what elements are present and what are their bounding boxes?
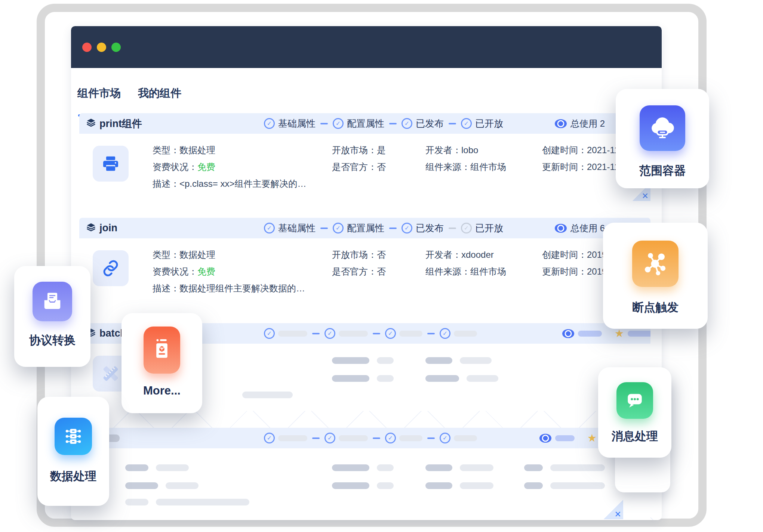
field-open-market: 开放市场：是 xyxy=(332,145,386,155)
check-circle-icon-gray: ✓ xyxy=(461,223,472,233)
data-nodes-icon xyxy=(55,418,92,455)
field-open-market: 开放市场：否 xyxy=(332,250,386,260)
floating-card-breakpoint-trigger[interactable]: 断点触发 xyxy=(603,223,708,329)
floating-card-label: 协议转换 xyxy=(29,332,76,348)
field-type: 类型：数据处理 xyxy=(153,145,306,155)
status-steps: ✓基础属性 ✓配置属性 ✓已发布 ✓已开放 xyxy=(264,218,503,238)
floating-card-label: 数据处理 xyxy=(50,468,96,484)
close-icon[interactable]: ✕ xyxy=(642,191,649,201)
check-circle-icon: ✓ xyxy=(264,223,275,233)
step-connector xyxy=(312,333,320,334)
chat-bubble-icon xyxy=(616,382,653,419)
floating-card-label: 消息处理 xyxy=(612,429,658,444)
minimize-window-button[interactable] xyxy=(97,43,106,52)
skeleton-row xyxy=(125,464,189,471)
card-header: ✓ ✓ ✓ ✓ ★ xyxy=(79,428,650,448)
layers-icon xyxy=(86,118,96,129)
skeleton-bar xyxy=(454,331,477,337)
floating-card-protocol-conversion[interactable]: 协议转换 xyxy=(14,266,90,367)
check-circle-icon: ✓ xyxy=(264,433,275,443)
browser-window: 组件市场 我的组件 print组件 ✓基础属性 ✓配置属性 ✓已发布 xyxy=(71,26,662,520)
tab-my-components[interactable]: 我的组件 xyxy=(138,86,181,117)
skeleton-bar xyxy=(339,331,368,337)
field-fee: 资费状况：免费 xyxy=(153,266,305,276)
step-connector xyxy=(449,123,456,124)
card-body: 类型：数据处理 资费状况：免费 描述：<p.class= xx>组件主要解决的…… xyxy=(79,134,650,201)
floating-card-scope-container[interactable]: 范围容器 xyxy=(616,89,709,188)
check-circle-icon: ✓ xyxy=(324,433,335,443)
floating-card-message-processing[interactable]: 消息处理 xyxy=(598,367,671,458)
step-published: ✓已发布 xyxy=(402,117,444,130)
step-connector xyxy=(427,437,435,439)
field-official: 是否官方：否 xyxy=(332,266,386,276)
skeleton-bar xyxy=(555,435,575,441)
field-official: 是否官方：否 xyxy=(332,162,386,172)
tab-bar: 组件市场 我的组件 xyxy=(77,86,181,117)
step-config-attrs: ✓配置属性 xyxy=(333,117,384,130)
floating-card-label: More... xyxy=(143,384,181,398)
close-window-button[interactable] xyxy=(82,43,92,52)
floating-card-data-processing[interactable]: 数据处理 xyxy=(37,397,109,506)
layers-icon xyxy=(86,222,96,234)
step-connector xyxy=(320,228,328,229)
step-basic-attrs: ✓基础属性 xyxy=(264,222,316,234)
component-card-join[interactable]: join ✓基础属性 ✓配置属性 ✓已发布 ✓已开放 总使用 6 ★ 总评 xyxy=(79,218,650,306)
maximize-window-button[interactable] xyxy=(111,43,121,52)
eye-icon xyxy=(562,329,574,338)
skeleton-bar xyxy=(454,435,477,441)
check-circle-icon: ✓ xyxy=(333,223,344,233)
skeleton-bar xyxy=(628,331,650,337)
skeleton-bar xyxy=(399,435,422,441)
card-title: join xyxy=(99,222,117,234)
step-connector xyxy=(320,123,328,124)
card-header: join ✓基础属性 ✓配置属性 ✓已发布 ✓已开放 总使用 6 ★ 总评 xyxy=(79,218,650,238)
field-desc: 描述：<p.class= xx>组件主要解决的… xyxy=(153,179,306,189)
step-connector xyxy=(312,437,320,439)
window-titlebar xyxy=(71,26,662,68)
eye-icon xyxy=(555,224,567,233)
step-opened-pending: ✓已开放 xyxy=(461,222,503,234)
card-body: 类型：数据处理 资费状况：免费 描述：数据处理组件主要解决数据的… 开放市场：否… xyxy=(79,238,650,306)
check-circle-icon: ✓ xyxy=(402,118,412,129)
field-fee: 资费状况：免费 xyxy=(153,162,306,172)
cloud-server-icon xyxy=(640,105,685,151)
check-circle-icon: ✓ xyxy=(385,328,396,339)
skeleton-row xyxy=(524,482,605,489)
check-circle-icon: ✓ xyxy=(440,328,450,339)
step-connector xyxy=(427,333,435,334)
window-corner-fold[interactable]: ✕ xyxy=(604,500,623,519)
check-circle-icon: ✓ xyxy=(264,328,275,339)
skeleton-row xyxy=(125,482,199,489)
check-circle-icon: ✓ xyxy=(324,328,335,339)
skeleton-bar xyxy=(278,331,307,337)
tab-component-market[interactable]: 组件市场 xyxy=(77,86,121,117)
component-card-print[interactable]: print组件 ✓基础属性 ✓配置属性 ✓已发布 ✓已开放 总使用 2 ★ 总评 xyxy=(79,113,650,201)
floating-card-label: 断点触发 xyxy=(632,300,679,315)
close-icon[interactable]: ✕ xyxy=(615,510,621,519)
skeleton-bar xyxy=(339,435,368,441)
inbox-document-icon xyxy=(33,282,72,321)
component-card-skeleton[interactable]: ✓ ✓ ✓ ✓ ★ xyxy=(79,428,650,520)
star-icon: ★ xyxy=(587,433,597,443)
link-icon xyxy=(93,250,129,286)
usage-count: 总使用 6 xyxy=(570,222,605,234)
field-source: 组件来源：组件市场 xyxy=(425,162,506,172)
step-connector xyxy=(373,333,380,334)
check-circle-icon: ✓ xyxy=(461,118,472,129)
star-icon: ★ xyxy=(615,328,624,339)
skeleton-row xyxy=(425,375,498,382)
eye-icon xyxy=(539,434,551,443)
usage-count: 总使用 2 xyxy=(570,118,605,130)
floating-card-more[interactable]: More... xyxy=(121,313,202,413)
skeleton-row xyxy=(332,375,394,382)
step-config-attrs: ✓配置属性 xyxy=(333,222,384,234)
card-header: print组件 ✓基础属性 ✓配置属性 ✓已发布 ✓已开放 总使用 2 ★ 总评 xyxy=(79,113,650,134)
skeleton-bar xyxy=(399,331,422,337)
skeleton-row xyxy=(524,464,605,471)
status-steps-skeleton: ✓ ✓ ✓ ✓ xyxy=(264,428,477,448)
skeleton-row xyxy=(425,464,493,471)
check-circle-icon: ✓ xyxy=(333,118,344,129)
field-source: 组件来源：组件市场 xyxy=(425,266,506,276)
step-basic-attrs: ✓基础属性 xyxy=(264,117,316,130)
status-steps-skeleton: ✓ ✓ ✓ ✓ xyxy=(264,323,477,344)
